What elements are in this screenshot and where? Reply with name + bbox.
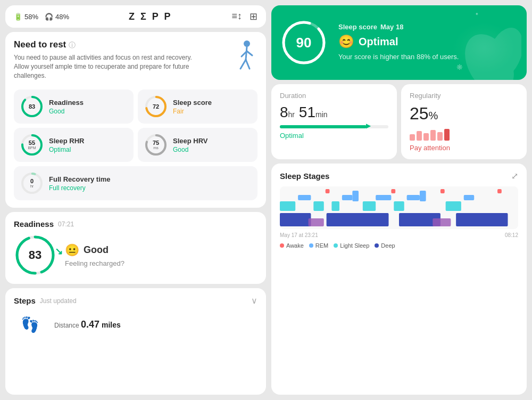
snowflake-icon-2: ❋ [456, 63, 463, 71]
legend-rem: REM [309, 242, 328, 249]
chevron-down-icon[interactable]: ∨ [251, 296, 257, 306]
timeline-start: May 17 at 23:21 [280, 232, 318, 238]
metrics-grid: 83 Readiness Good 72 [14, 89, 257, 200]
expand-icon[interactable]: ⤢ [511, 171, 518, 181]
rest-description: You need to pause all activities and foc… [14, 53, 195, 80]
svg-rect-27 [280, 201, 295, 211]
readiness-content: 83 ↘ 😐 Good Feeling recharged? [14, 234, 257, 276]
readiness-section-title: Readiness 07:21 [14, 219, 257, 228]
timeline-end: 08:12 [505, 232, 518, 238]
svg-point-0 [244, 40, 250, 47]
deep-dot [375, 243, 379, 248]
rem-dot [309, 243, 313, 248]
duration-bar-fill [280, 125, 367, 128]
duration-value: 8hr 51min [280, 104, 388, 121]
mood-emoji: 😐 [65, 243, 79, 257]
feet-icon: 👣 [21, 316, 39, 333]
battery-icon: 🔋 [14, 13, 22, 21]
sleep-score-ring: 72 [144, 95, 168, 118]
regularity-bars [410, 128, 518, 141]
sleep-rhr-info: Sleep RHR Optimal [49, 137, 84, 153]
svg-rect-26 [456, 213, 508, 226]
svg-rect-45 [433, 218, 451, 226]
svg-rect-39 [391, 189, 395, 193]
reg-bar-3 [423, 133, 429, 141]
svg-rect-29 [331, 201, 339, 211]
sleep-score-circle: 90 [280, 19, 328, 67]
svg-rect-23 [280, 213, 311, 226]
readiness-info: Readiness Good [49, 99, 84, 115]
stages-title: Sleep Stages [280, 172, 329, 181]
svg-rect-41 [497, 189, 502, 193]
sleep-hrv-metric[interactable]: 75ms Sleep HRV Good [138, 128, 257, 162]
reg-bar-2 [417, 131, 422, 141]
steps-info: Distance 0.47 miles [54, 319, 121, 330]
app-container: 🔋 58% 🎧 48% Z Σ P P ≡↕ ⊞ Need to rest [0, 0, 532, 400]
light-dot [334, 243, 338, 248]
readiness-question: Feeling recharged? [65, 259, 124, 267]
svg-line-2 [240, 60, 246, 69]
readiness-gauge-value: 83 [29, 248, 41, 262]
legend-awake: Awake [280, 242, 304, 249]
headphone-percent: 48% [55, 13, 69, 21]
sleep-score-number: 90 [296, 35, 312, 51]
readiness-value: 83 [29, 104, 35, 110]
headphone-icon: 🎧 [45, 13, 53, 21]
duration-label: Duration [280, 92, 388, 100]
stages-legend: Awake REM Light Sleep Deep [280, 242, 518, 249]
reg-bar-1 [410, 134, 415, 141]
header-actions: ≡↕ ⊞ [231, 11, 257, 22]
regularity-card[interactable]: Regularity 25% Pay attention [401, 84, 527, 159]
svg-rect-36 [407, 195, 420, 200]
readiness-ring: 83 [20, 95, 44, 118]
grid-icon[interactable]: ⊞ [250, 11, 257, 22]
regularity-value: 25% [410, 104, 518, 124]
steps-distance: 0.47 miles [81, 321, 121, 329]
optimal-emoji: 😊 [338, 34, 354, 49]
recovery-metric[interactable]: 0hr Full Recovery time Full recovery [14, 166, 257, 200]
sleep-score-metric[interactable]: 72 Sleep score Fair [138, 89, 257, 124]
sleep-hrv-info: Sleep HRV Good [173, 137, 208, 153]
headphone-info: 🎧 48% [45, 13, 69, 21]
rest-card: Need to rest ⓘ You need to pause all act… [5, 32, 266, 208]
sleep-score-info: Sleep score Fair [173, 99, 212, 115]
steps-icon-area: 👣 [14, 311, 46, 338]
steps-content: 👣 Distance 0.47 miles [14, 311, 257, 338]
svg-rect-35 [376, 195, 391, 200]
sleep-stages-card[interactable]: Sleep Stages ⤢ [271, 164, 527, 395]
sleep-score-card[interactable]: ✦ ❋ 90 Sleep score May 18 😊 Optimal You [271, 5, 527, 80]
stages-chart [280, 186, 518, 229]
legend-light: Light Sleep [334, 242, 369, 249]
svg-rect-42 [352, 191, 359, 201]
svg-line-1 [246, 47, 247, 60]
sleep-rhr-ring: 55BPM [20, 133, 44, 157]
reg-bar-6 [444, 129, 450, 141]
score-description: Your score is higher than 88% of users. [338, 52, 518, 62]
readiness-card[interactable]: Readiness 07:21 83 ↘ 😐 Good [5, 212, 266, 284]
readiness-metric[interactable]: 83 Readiness Good [14, 89, 134, 124]
optimal-text: Optimal [359, 36, 398, 48]
svg-rect-28 [313, 201, 323, 211]
svg-rect-34 [342, 195, 352, 200]
readiness-details: 😐 Good Feeling recharged? [65, 243, 124, 267]
steps-title: Steps Just updated [14, 296, 77, 305]
rest-title: Need to rest ⓘ [14, 39, 226, 50]
svg-rect-33 [298, 195, 311, 200]
sleep-metrics-row: Duration 8hr 51min Optimal Regularity 25… [271, 84, 527, 159]
duration-card[interactable]: Duration 8hr 51min Optimal [271, 84, 397, 159]
walking-figure-icon [231, 39, 257, 83]
svg-rect-38 [326, 189, 330, 193]
steps-card[interactable]: Steps Just updated ∨ 👣 Distance 0.47 mil… [5, 288, 266, 395]
svg-rect-30 [363, 201, 376, 211]
battery-info: 🔋 58% [14, 13, 38, 21]
brand-logo: Z Σ P P [129, 11, 172, 22]
filter-icon[interactable]: ≡↕ [231, 11, 242, 22]
regularity-label: Regularity [410, 92, 518, 100]
readiness-mood: 😐 Good [65, 243, 124, 257]
header: 🔋 58% 🎧 48% Z Σ P P ≡↕ ⊞ [5, 5, 266, 28]
sleep-rhr-metric[interactable]: 55BPM Sleep RHR Optimal [14, 128, 134, 162]
left-panel: 🔋 58% 🎧 48% Z Σ P P ≡↕ ⊞ Need to rest [5, 5, 266, 395]
info-icon: ⓘ [69, 41, 76, 49]
stages-header: Sleep Stages ⤢ [280, 171, 518, 181]
recovery-value: 0hr [30, 178, 34, 188]
